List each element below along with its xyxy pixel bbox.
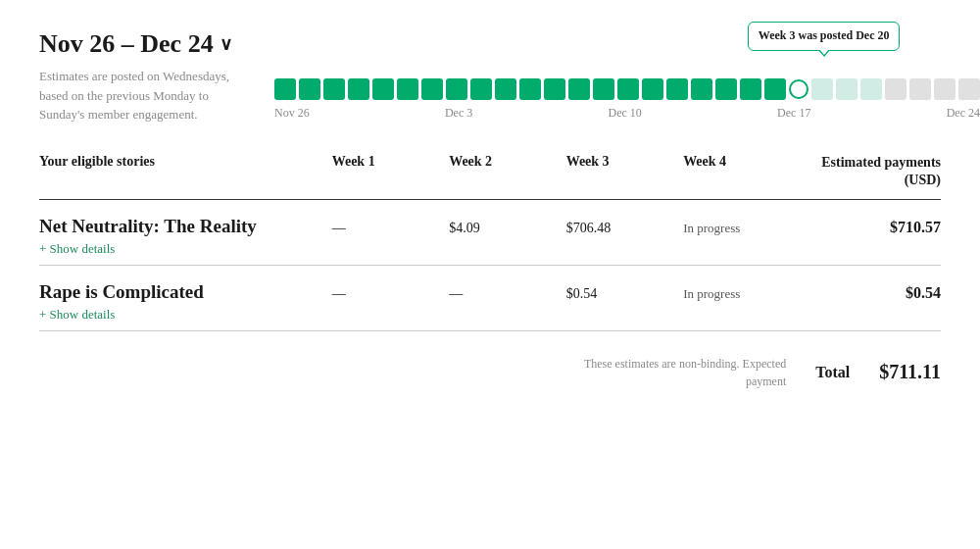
bar-segment — [593, 78, 614, 100]
bar-segment — [666, 78, 688, 100]
story-week4-value: In progress — [683, 286, 800, 302]
timeline-container: Week 3 was posted Dec 20 Nov 26Dec 3Dec … — [274, 29, 980, 121]
footer-row: These estimates are non-binding. Expecte… — [39, 347, 941, 390]
total-value: $711.11 — [879, 361, 941, 383]
table-col-header: Week 3 — [566, 154, 683, 189]
table-row: Net Neutrality: The Reality—$4.09$706.48… — [39, 200, 941, 266]
bar-segment — [934, 78, 956, 100]
date-range-text: Nov 26 – Dec 24 — [39, 29, 214, 59]
bar-segment — [909, 78, 931, 100]
chevron-down-icon: ∨ — [220, 33, 232, 55]
footer-note: These estimates are non-binding. Expecte… — [570, 355, 786, 390]
bar-segment — [958, 78, 980, 100]
story-week2-value: $4.09 — [449, 221, 565, 236]
bar-segment — [811, 78, 833, 100]
left-info: Nov 26 – Dec 24 ∨ Estimates are posted o… — [39, 29, 274, 125]
tooltip-box: Week 3 was posted Dec 20 — [748, 22, 901, 51]
table-col-header: Week 2 — [449, 154, 565, 189]
bar-segment — [544, 78, 565, 100]
table-col-header: Week 1 — [332, 154, 449, 189]
date-label: Dec 3 — [445, 106, 472, 121]
bar-segment — [568, 78, 590, 100]
bar-segment — [885, 78, 906, 100]
date-label: Dec 17 — [777, 106, 810, 121]
progress-bar — [274, 78, 980, 100]
bar-segment — [470, 78, 492, 100]
date-range-title[interactable]: Nov 26 – Dec 24 ∨ — [39, 29, 232, 59]
bar-segment — [860, 78, 882, 100]
story-total-value: $0.54 — [801, 284, 941, 302]
bar-segment — [617, 78, 639, 100]
bar-segment — [421, 78, 443, 100]
table-col-header: Week 4 — [683, 154, 800, 189]
bar-segment — [764, 78, 786, 100]
show-details-link[interactable]: + Show details — [39, 307, 941, 323]
show-details-link[interactable]: + Show details — [39, 241, 941, 257]
bar-segment — [715, 78, 737, 100]
bar-segment — [495, 78, 516, 100]
bar-segment — [323, 78, 345, 100]
table-row: Rape is Complicated——$0.54In progress$0.… — [39, 266, 941, 331]
subtitle-text: Estimates are posted on Wednesdays, base… — [39, 67, 255, 125]
table-header: Your eligible storiesWeek 1Week 2Week 3W… — [39, 154, 941, 200]
story-week1-value: — — [332, 221, 449, 236]
table-col-header: Your eligible stories — [39, 154, 332, 189]
bar-segment — [299, 78, 320, 100]
story-week2-value: — — [449, 286, 565, 302]
bar-segment — [740, 78, 761, 100]
bar-segment — [397, 78, 418, 100]
bar-segment — [274, 78, 296, 100]
bar-segment — [519, 78, 541, 100]
date-labels: Nov 26Dec 3Dec 10Dec 17Dec 24 — [274, 106, 980, 121]
total-label: Total — [815, 364, 850, 381]
story-week1-value: — — [332, 286, 449, 302]
bar-segment — [691, 78, 712, 100]
story-title: Net Neutrality: The Reality — [39, 216, 332, 237]
bar-segment — [446, 78, 467, 100]
bar-segment — [836, 78, 858, 100]
story-week3-value: $0.54 — [566, 286, 683, 302]
bar-segment — [372, 78, 394, 100]
story-title: Rape is Complicated — [39, 281, 332, 303]
date-label: Dec 10 — [609, 106, 642, 121]
table-col-header: Estimated payments (USD) — [801, 154, 941, 189]
bar-segment — [642, 78, 663, 100]
table-section: Your eligible storiesWeek 1Week 2Week 3W… — [39, 154, 941, 331]
story-week4-value: In progress — [683, 221, 800, 236]
story-week3-value: $706.48 — [566, 221, 683, 236]
date-label: Nov 26 — [274, 106, 310, 121]
bar-segment — [789, 79, 808, 99]
bar-segment — [348, 78, 369, 100]
story-total-value: $710.57 — [801, 219, 941, 236]
date-label: Dec 24 — [947, 106, 980, 121]
